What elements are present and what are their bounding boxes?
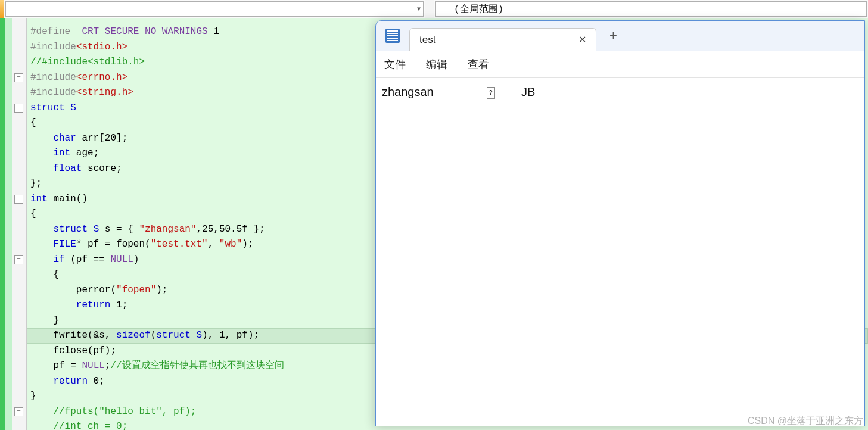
fold-toggle[interactable]: −	[14, 104, 23, 113]
scope-dropdown-right[interactable]: (全局范围)	[435, 1, 867, 17]
fold-toggle[interactable]: −	[14, 407, 23, 416]
change-margin-inner	[5, 18, 12, 430]
watermark-text: CSDN @坐落于亚洲之东方	[748, 415, 863, 428]
text-cursor	[382, 85, 382, 101]
menu-view[interactable]: 查看	[468, 57, 489, 71]
unknown-glyph-icon: ?	[487, 87, 495, 99]
scope-toolbar: ▼ (全局范围)	[0, 0, 868, 18]
fold-toggle[interactable]: −	[14, 73, 23, 82]
notepad-tab[interactable]: test ✕	[409, 28, 596, 51]
menu-file[interactable]: 文件	[384, 57, 406, 71]
notepad-tab-title: test	[419, 34, 435, 46]
notepad-content: zhangsan ? JB	[382, 85, 535, 98]
menu-edit[interactable]: 编辑	[426, 57, 447, 71]
notepad-window: test ✕ + 文件 编辑 查看 zhangsan ? JB	[375, 20, 865, 426]
close-icon[interactable]: ✕	[578, 34, 586, 45]
scope-dropdown-left[interactable]: ▼	[5, 1, 424, 17]
fold-toggle[interactable]: −	[14, 255, 23, 264]
toolbar-divider	[425, 0, 434, 18]
scope-label: (全局范围)	[454, 3, 503, 15]
chevron-down-icon: ▼	[417, 6, 421, 13]
notepad-app-icon	[385, 29, 400, 43]
notepad-body[interactable]: zhangsan ? JB	[376, 78, 864, 426]
fold-toggle[interactable]: −	[14, 195, 23, 204]
notepad-titlebar[interactable]: test ✕ +	[376, 21, 864, 51]
change-margin-outer	[0, 18, 5, 430]
new-tab-button[interactable]: +	[609, 28, 617, 43]
toolbar-left-edge	[0, 0, 4, 18]
notepad-menubar: 文件 编辑 查看	[376, 51, 864, 78]
fold-gutter: −−−−−	[12, 18, 27, 430]
